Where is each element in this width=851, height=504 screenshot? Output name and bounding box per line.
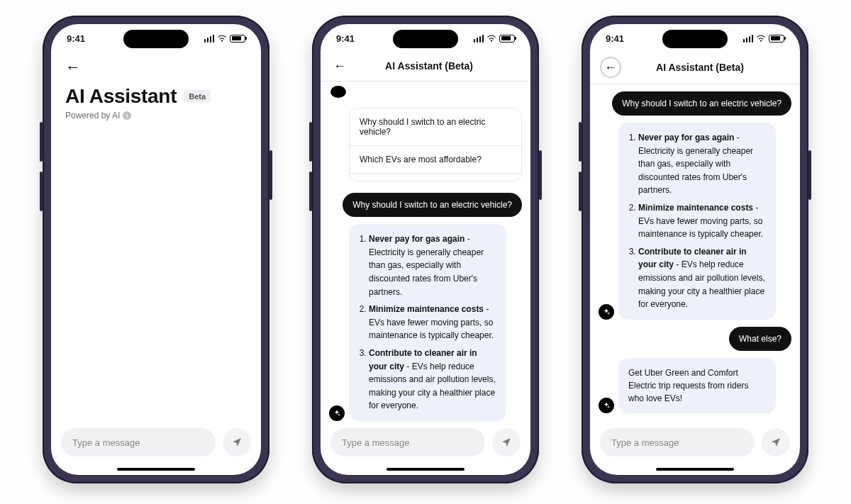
- ai-avatar-icon: [329, 405, 345, 421]
- list-item: Never pay for gas again - Electricity is…: [638, 131, 766, 197]
- suggestion-list: Why should I switch to an electric vehic…: [349, 108, 522, 181]
- message-input[interactable]: Type a message: [61, 428, 216, 457]
- list-item: Contribute to cleaner air in your city -…: [369, 347, 496, 413]
- list-item: Never pay for gas again - Electricity is…: [369, 233, 496, 298]
- home-indicator: [117, 468, 195, 471]
- home-indicator: [386, 468, 465, 471]
- beta-badge: Beta: [184, 90, 211, 103]
- user-message: Why should I switch to an electric vehic…: [343, 193, 522, 217]
- notch: [662, 30, 728, 48]
- ai-message: Never pay for gas again - Electricity is…: [599, 123, 776, 320]
- battery-icon: [230, 35, 245, 43]
- chat-content-2[interactable]: Why should I switch to an electric vehic…: [321, 82, 530, 421]
- ai-avatar-icon: [599, 398, 614, 413]
- home-indicator: [656, 468, 734, 471]
- back-button[interactable]: ←: [330, 57, 349, 75]
- status-time: 9:41: [606, 33, 624, 44]
- phone-frame-3: 9:41 ← AI Assistant (Beta) Why should I …: [582, 16, 808, 483]
- phone-frame-2: 9:41 ← AI Assistant (Beta) Why should I …: [312, 16, 539, 483]
- status-icons: [743, 33, 785, 43]
- ai-bubble: Never pay for gas again - Electricity is…: [349, 224, 506, 421]
- back-button[interactable]: ←: [65, 60, 247, 75]
- sparkle-icon: [602, 308, 611, 316]
- composer: Type a message: [590, 421, 800, 468]
- message-input[interactable]: Type a message: [330, 428, 485, 457]
- suggestion-item[interactable]: How can I find charging stations?: [350, 174, 521, 181]
- back-button[interactable]: ←: [600, 57, 621, 78]
- page-subtitle: Powered by AI i: [65, 111, 247, 121]
- screen-1: 9:41 ← AI Assistant Beta Powered by AI: [51, 24, 261, 475]
- composer: Type a message: [321, 421, 530, 468]
- send-button[interactable]: [223, 428, 251, 457]
- chat-header: ← AI Assistant (Beta): [321, 52, 530, 82]
- send-button[interactable]: [762, 428, 790, 457]
- header-title: AI Assistant (Beta): [356, 60, 502, 72]
- screen-3: 9:41 ← AI Assistant (Beta) Why should I …: [590, 24, 800, 475]
- ai-message: Get Uber Green and Comfort Electric trip…: [599, 358, 776, 413]
- stage: 9:41 ← AI Assistant Beta Powered by AI: [0, 0, 851, 504]
- ai-bubble: Never pay for gas again - Electricity is…: [618, 123, 776, 320]
- message-input[interactable]: Type a message: [600, 428, 755, 457]
- chat-content-3[interactable]: Why should I switch to an electric vehic…: [590, 84, 800, 421]
- phone-frame-1: 9:41 ← AI Assistant Beta Powered by AI: [43, 16, 269, 483]
- ai-avatar-icon: [330, 86, 346, 98]
- screen-2: 9:41 ← AI Assistant (Beta) Why should I …: [321, 24, 530, 475]
- wifi-icon: [486, 33, 496, 43]
- sparkle-icon: [333, 409, 341, 418]
- send-icon: [501, 437, 512, 448]
- battery-icon: [499, 35, 515, 43]
- header-title: AI Assistant (Beta): [628, 62, 772, 73]
- send-icon: [770, 437, 782, 448]
- chat-header: ← AI Assistant (Beta): [590, 52, 800, 84]
- cellular-icon: [743, 35, 754, 43]
- status-icons: [474, 33, 516, 43]
- ai-bubble: Get Uber Green and Comfort Electric trip…: [618, 358, 776, 413]
- cellular-icon: [204, 35, 215, 43]
- page-title: AI Assistant: [65, 85, 177, 108]
- ai-avatar-icon: [599, 304, 614, 320]
- user-message: Why should I switch to an electric vehic…: [612, 91, 791, 116]
- notch: [393, 30, 458, 48]
- page-header: ← AI Assistant Beta Powered by AI i: [51, 52, 261, 121]
- cellular-icon: [474, 35, 484, 43]
- status-icons: [204, 33, 246, 43]
- list-item: Contribute to cleaner air in your city -…: [638, 245, 766, 311]
- send-button[interactable]: [492, 428, 521, 457]
- status-time: 9:41: [336, 33, 355, 44]
- battery-icon: [769, 35, 784, 43]
- wifi-icon: [756, 33, 766, 43]
- info-icon[interactable]: i: [123, 111, 131, 120]
- list-item: Minimize maintenance costs - EVs have fe…: [369, 303, 496, 342]
- composer: Type a message: [51, 421, 261, 468]
- wifi-icon: [217, 33, 227, 43]
- sparkle-icon: [602, 401, 611, 410]
- notch: [123, 30, 189, 48]
- user-message: What else?: [729, 327, 791, 351]
- suggestion-item[interactable]: Why should I switch to an electric vehic…: [350, 108, 521, 146]
- status-time: 9:41: [67, 33, 85, 44]
- ai-message: Never pay for gas again - Electricity is…: [329, 224, 506, 421]
- list-item: Minimize maintenance costs - EVs have fe…: [638, 201, 766, 241]
- content-1: ← AI Assistant Beta Powered by AI i: [51, 52, 261, 421]
- suggestion-item[interactable]: Which EVs are most affordable?: [350, 146, 521, 174]
- send-icon: [231, 437, 243, 448]
